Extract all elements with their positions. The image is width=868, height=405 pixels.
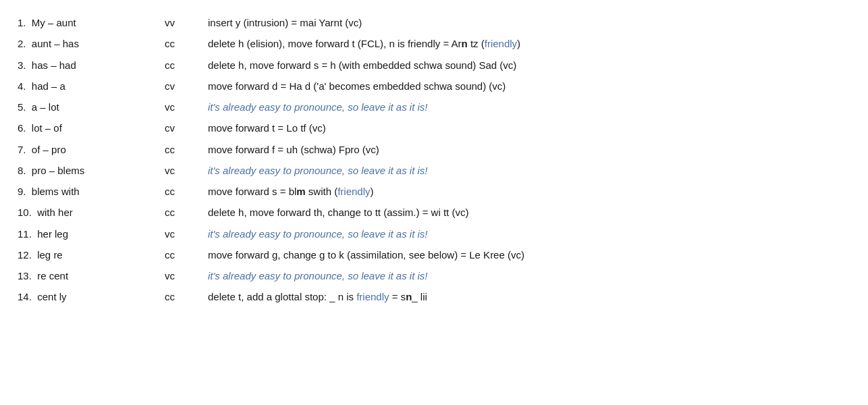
row-pair-10: 10. with her <box>16 202 165 223</box>
row-pair-8: 8. pro – blems <box>16 160 165 181</box>
row-type-5: vc <box>165 97 205 117</box>
easy-to-pronounce-label: it's already easy to pronounce, so leave… <box>208 165 428 176</box>
row-desc-1: insert y (intrusion) = mai Yarnt (vc) <box>205 12 852 33</box>
desc-text: move forward d = Ha d ('a' becomes embed… <box>208 80 506 92</box>
row-pair-14: 14. cent ly <box>16 286 165 307</box>
row-type-14: cc <box>165 286 205 307</box>
row-pair-7: 7. of – pro <box>16 139 165 160</box>
desc-text: move forward t = Lo tf (vc) <box>208 122 326 134</box>
row-pair-13: 13. re cent <box>16 265 165 286</box>
desc-text: move forward f = uh (schwa) Fpro (vc) <box>208 144 379 155</box>
friendly-label: friendly <box>337 186 370 197</box>
row-number: 2. <box>18 38 26 49</box>
desc-text: = s <box>389 291 406 302</box>
row-number: 4. <box>18 80 26 92</box>
row-number: 5. <box>18 101 26 113</box>
desc-text: insert y (intrusion) = mai Yarnt (vc) <box>208 17 362 28</box>
row-pair-11: 11. her leg <box>16 223 165 244</box>
row-desc-7: move forward f = uh (schwa) Fpro (vc) <box>205 139 852 160</box>
row-type-7: cc <box>165 139 205 160</box>
row-desc-11: it's already easy to pronounce, so leave… <box>205 223 852 244</box>
row-number: 9. <box>18 186 26 197</box>
row-number: 13. <box>18 270 32 281</box>
row-type-4: cv <box>165 76 205 97</box>
row-desc-12: move forward g, change g to k (assimilat… <box>205 244 852 265</box>
bold-letter: n <box>406 291 412 302</box>
row-type-10: cc <box>165 202 205 223</box>
desc-text: move forward g, change g to k (assimilat… <box>208 249 524 261</box>
easy-to-pronounce-label: it's already easy to pronounce, so leave… <box>208 270 428 281</box>
bold-letter: n <box>462 38 468 49</box>
row-number: 14. <box>18 291 32 302</box>
desc-text: delete t, add a glottal stop: _ n is <box>208 291 356 302</box>
row-type-6: cv <box>165 117 205 138</box>
row-desc-3: delete h, move forward s = h (with embed… <box>205 55 852 76</box>
row-desc-13: it's already easy to pronounce, so leave… <box>205 265 852 286</box>
row-desc-14: delete t, add a glottal stop: _ n is fri… <box>205 286 852 307</box>
row-pair-4: 4. had – a <box>16 76 165 97</box>
row-number: 3. <box>18 59 26 71</box>
row-desc-8: it's already easy to pronounce, so leave… <box>205 160 852 181</box>
row-pair-5: 5. a – lot <box>16 97 165 117</box>
row-desc-9: move forward s = blm swith (friendly) <box>205 181 852 202</box>
row-pair-1: 1. My – aunt <box>16 12 165 33</box>
row-number: 1. <box>18 17 26 28</box>
row-type-9: cc <box>165 181 205 202</box>
row-desc-5: it's already easy to pronounce, so leave… <box>205 97 852 117</box>
desc-text: delete h, move forward th, change to tt … <box>208 207 468 218</box>
desc-text: delete h (elision), move forward t (FCL)… <box>208 38 462 49</box>
row-desc-10: delete h, move forward th, change to tt … <box>205 202 852 223</box>
desc-text: move forward s = bl <box>208 186 296 197</box>
friendly-label: friendly <box>485 38 517 49</box>
row-type-3: cc <box>165 55 205 76</box>
main-table: 1. My – auntvvinsert y (intrusion) = mai… <box>16 12 852 308</box>
row-number: 7. <box>18 144 26 155</box>
row-desc-6: move forward t = Lo tf (vc) <box>205 117 852 138</box>
easy-to-pronounce-label: it's already easy to pronounce, so leave… <box>208 101 428 113</box>
easy-to-pronounce-label: it's already easy to pronounce, so leave… <box>208 228 428 240</box>
desc-text: ) <box>517 38 520 49</box>
row-type-13: vc <box>165 265 205 286</box>
desc-text: _ lii <box>412 291 427 302</box>
desc-text: delete h, move forward s = h (with embed… <box>208 59 516 71</box>
bold-letter: m <box>296 186 305 197</box>
row-number: 6. <box>18 122 26 134</box>
row-pair-6: 6. lot – of <box>16 117 165 138</box>
row-type-11: vc <box>165 223 205 244</box>
row-type-8: vc <box>165 160 205 181</box>
row-type-2: cc <box>165 33 205 54</box>
row-number: 10. <box>18 207 32 218</box>
desc-text: ) <box>371 186 374 197</box>
row-number: 12. <box>18 249 32 261</box>
row-type-12: cc <box>165 244 205 265</box>
row-pair-2: 2. aunt – has <box>16 33 165 54</box>
row-number: 8. <box>18 165 26 176</box>
row-desc-4: move forward d = Ha d ('a' becomes embed… <box>205 76 852 97</box>
desc-text: tz ( <box>468 38 485 49</box>
row-pair-12: 12. leg re <box>16 244 165 265</box>
row-pair-9: 9. blems with <box>16 181 165 202</box>
row-number: 11. <box>18 228 32 240</box>
row-type-1: vv <box>165 12 205 33</box>
desc-text: swith ( <box>306 186 338 197</box>
row-pair-3: 3. has – had <box>16 55 165 76</box>
friendly-label: friendly <box>356 291 389 302</box>
row-desc-2: delete h (elision), move forward t (FCL)… <box>205 33 852 54</box>
